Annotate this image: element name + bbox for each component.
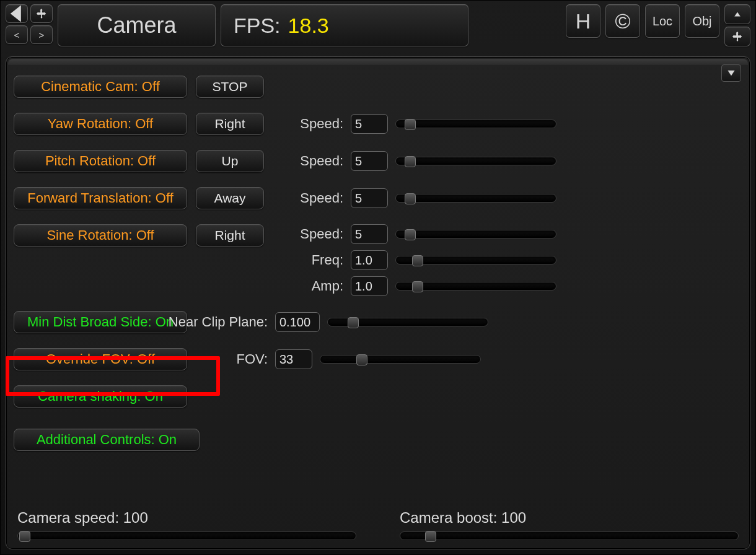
next-button[interactable]: >	[30, 25, 53, 44]
camera-boost-slider[interactable]	[400, 531, 739, 540]
forward-direction-button[interactable]: Away	[196, 187, 264, 209]
forward-speed-slider[interactable]	[395, 194, 556, 203]
sine-freq-input[interactable]	[351, 250, 388, 270]
min-dist-toggle[interactable]: Min Dist Broad Side: On	[14, 311, 187, 333]
svg-marker-1	[734, 12, 741, 16]
row-forward: Forward Translation: Off Away Speed:	[14, 187, 742, 209]
row-additional: Additional Controls: On	[14, 429, 742, 451]
row-yaw: Yaw Rotation: Off Right Speed:	[14, 113, 742, 135]
fps-display: FPS: 18.3	[221, 4, 468, 46]
sine-amp-slider[interactable]	[395, 282, 556, 291]
prev-button[interactable]: <	[6, 25, 28, 44]
sine-speed-slider[interactable]	[395, 230, 556, 238]
svg-marker-2	[727, 71, 734, 76]
sine-speed-input[interactable]	[351, 224, 388, 244]
pitch-speed-param: Speed:	[291, 151, 556, 171]
move-icon-button-2[interactable]	[724, 27, 750, 46]
nav-arrow-group: < >	[6, 4, 53, 46]
forward-speed-input[interactable]	[351, 188, 388, 208]
fov-input[interactable]	[275, 349, 312, 369]
panel-title: Camera	[58, 4, 216, 46]
camera-speed-slider[interactable]	[17, 531, 356, 540]
cinematic-cam-toggle[interactable]: Cinematic Cam: Off	[14, 76, 187, 98]
forward-speed-label: Speed:	[291, 190, 343, 206]
forward-speed-param: Speed:	[291, 188, 556, 208]
pitch-speed-slider[interactable]	[395, 157, 556, 165]
sine-freq-slider[interactable]	[395, 256, 556, 264]
loc-button[interactable]: Loc	[645, 4, 680, 38]
row-mindist: Min Dist Broad Side: On Near Clip Plane:	[14, 311, 742, 333]
additional-controls-toggle[interactable]: Additional Controls: On	[14, 429, 200, 451]
row-shaking: Camera shaking: On	[14, 385, 742, 408]
camera-speed-group: Camera speed: 100	[17, 509, 356, 540]
pitch-rotation-toggle[interactable]: Pitch Rotation: Off	[14, 150, 187, 172]
top-bar: < > Camera FPS: 18.3 H © Loc Obj	[1, 1, 755, 51]
sine-amp-input[interactable]	[351, 276, 388, 296]
pitch-speed-label: Speed:	[291, 153, 343, 169]
row-fov: Override FOV: Off FOV:	[14, 348, 742, 370]
camera-panel: Cinematic Cam: Off STOP Yaw Rotation: Of…	[6, 56, 750, 549]
bottom-sliders: Camera speed: 100 Camera boost: 100	[17, 509, 739, 540]
sine-amp-label: Amp:	[291, 278, 343, 294]
sine-direction-button[interactable]: Right	[196, 224, 264, 247]
yaw-direction-button[interactable]: Right	[196, 113, 264, 135]
fov-label: FOV:	[162, 351, 268, 367]
near-clip-label: Near Clip Plane:	[162, 314, 268, 330]
camera-speed-label: Camera speed: 100	[17, 509, 356, 527]
near-clip-slider[interactable]	[327, 318, 488, 326]
camera-boost-label: Camera boost: 100	[400, 509, 739, 527]
sine-speed-label: Speed:	[291, 226, 343, 242]
pitch-speed-input[interactable]	[351, 151, 388, 171]
back-arrow-button[interactable]	[6, 4, 28, 23]
fps-value: 18.3	[288, 14, 329, 38]
fov-slider[interactable]	[320, 355, 481, 364]
override-fov-toggle[interactable]: Override FOV: Off	[14, 348, 187, 370]
near-clip-input[interactable]	[275, 312, 320, 332]
sine-freq-label: Freq:	[291, 252, 343, 268]
move-icon-button[interactable]	[30, 4, 53, 23]
top-right-stack	[724, 4, 750, 46]
collapse-up-icon[interactable]	[724, 4, 750, 24]
h-button[interactable]: H	[566, 4, 600, 38]
row-pitch: Pitch Rotation: Off Up Speed:	[14, 150, 742, 172]
yaw-speed-slider[interactable]	[395, 120, 556, 128]
panel-header-strip	[8, 59, 748, 65]
yaw-rotation-toggle[interactable]: Yaw Rotation: Off	[14, 113, 187, 135]
camera-shaking-toggle[interactable]: Camera shaking: On	[14, 385, 187, 408]
panel-collapse-icon[interactable]	[721, 64, 741, 82]
forward-translation-toggle[interactable]: Forward Translation: Off	[14, 187, 187, 209]
pitch-direction-button[interactable]: Up	[196, 150, 264, 172]
camera-boost-group: Camera boost: 100	[400, 509, 739, 540]
sine-sub-params: Speed: Freq: Amp:	[273, 224, 556, 296]
sine-rotation-toggle[interactable]: Sine Rotation: Off	[14, 224, 187, 247]
row-cinematic: Cinematic Cam: Off STOP	[14, 76, 742, 98]
yaw-speed-param: Speed:	[291, 114, 556, 134]
c-button[interactable]: ©	[605, 4, 640, 38]
fps-label: FPS:	[234, 14, 281, 38]
obj-button[interactable]: Obj	[685, 4, 719, 38]
svg-marker-0	[11, 5, 21, 22]
cinematic-stop-button[interactable]: STOP	[196, 76, 264, 98]
yaw-speed-input[interactable]	[351, 114, 388, 134]
row-sine: Sine Rotation: Off Right Speed: Freq: Am	[14, 224, 742, 296]
yaw-speed-label: Speed:	[291, 116, 343, 132]
